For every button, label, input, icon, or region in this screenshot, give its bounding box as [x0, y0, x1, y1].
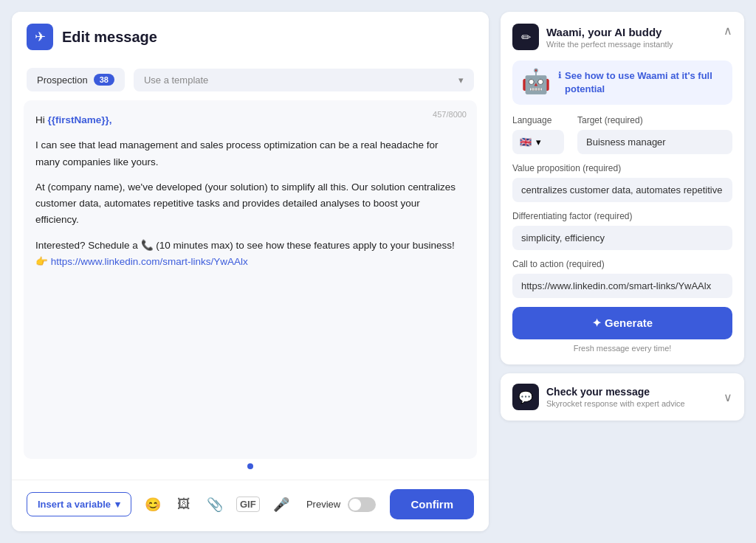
expand-check-button[interactable]: ∨: [724, 390, 732, 404]
firstname-variable: {{firstName}},: [48, 114, 112, 125]
message-area-wrapper: 457/8000 Hi {{firstName}}, I can see tha…: [12, 100, 489, 480]
chevron-down-icon: ▾: [115, 499, 120, 510]
message-paragraph-1: I can see that lead management and sales…: [35, 137, 465, 170]
ai-subtitle: Write the perfect message instantly: [546, 40, 673, 49]
language-label: Language: [512, 115, 571, 125]
app-icon: ✈: [27, 24, 53, 50]
target-input[interactable]: [577, 130, 732, 154]
diff-factor-label: Differentiating factor (required): [512, 211, 732, 221]
prospection-count: 38: [94, 74, 114, 86]
page-title: Edit message: [62, 29, 157, 46]
template-dropdown[interactable]: Use a template ▾: [134, 69, 474, 91]
ai-icon: ✏: [512, 24, 539, 50]
toggle-knob: [349, 499, 361, 511]
template-placeholder: Use a template: [144, 75, 208, 86]
cta-input[interactable]: [512, 274, 732, 298]
check-subtitle: Skyrocket response with expert advice: [546, 399, 685, 408]
generate-hint: Fresh message every time!: [512, 344, 732, 353]
ai-tip: 🤖 ℹ See how to use Waami at it's full po…: [512, 60, 732, 105]
insert-variable-label: Insert a variable: [38, 499, 111, 510]
check-panel-left: 💬 Check your message Skyrocket response …: [512, 384, 685, 410]
scroll-indicator: [24, 459, 477, 474]
cta-field-group: Call to action (required): [512, 259, 732, 298]
language-field-group: Language 🇬🇧 ▾: [512, 115, 571, 154]
message-text: Hi {{firstName}}, I can see that lead ma…: [35, 112, 465, 270]
diff-factor-field-group: Differentiating factor (required): [512, 211, 732, 250]
value-prop-input[interactable]: [512, 178, 732, 202]
ai-title: Waami, your AI buddy: [546, 26, 673, 38]
target-field-group: Target (required): [577, 115, 732, 154]
prospection-tag: Prospection 38: [27, 68, 125, 91]
info-icon: ℹ: [558, 70, 562, 80]
image-button[interactable]: 🖼: [174, 494, 193, 515]
target-label: Target (required): [577, 115, 732, 125]
char-count: 457/8000: [433, 108, 467, 121]
value-prop-label: Value proposition (required): [512, 163, 732, 173]
attachment-button[interactable]: 📎: [204, 494, 226, 516]
linkedin-link[interactable]: https://www.linkedin.com/smart-links/YwA…: [51, 256, 248, 267]
insert-variable-button[interactable]: Insert a variable ▾: [27, 492, 131, 516]
ai-panel: ✏ Waami, your AI buddy Write the perfect…: [501, 12, 744, 364]
check-text-group: Check your message Skyrocket response wi…: [546, 386, 685, 408]
prospection-label: Prospection: [37, 75, 88, 86]
collapse-ai-button[interactable]: ∧: [724, 24, 732, 38]
page-header: ✈ Edit message: [12, 12, 489, 62]
robot-icon: 🤖: [521, 69, 551, 93]
message-paragraph-2: At (company name), we've developed (your…: [35, 179, 465, 229]
message-toolbar: Prospection 38 Use a template ▾: [12, 62, 489, 100]
message-paragraph-3: Interested? Schedule a 📞 (10 minutes max…: [35, 238, 465, 271]
check-icon: 💬: [512, 384, 539, 410]
cta-label: Call to action (required): [512, 259, 732, 269]
language-target-row: Language 🇬🇧 ▾ Target (required): [512, 115, 732, 163]
preview-toggle[interactable]: [348, 497, 376, 512]
microphone-button[interactable]: 🎤: [270, 494, 292, 516]
generate-button[interactable]: ✦ Generate: [512, 307, 732, 339]
ai-title-group: Waami, your AI buddy Write the perfect m…: [546, 26, 673, 49]
diff-factor-input[interactable]: [512, 226, 732, 250]
right-panel: ✏ Waami, your AI buddy Write the perfect…: [501, 12, 744, 531]
emoji-button[interactable]: 😊: [142, 494, 164, 516]
greeting: Hi: [35, 114, 48, 125]
message-area[interactable]: 457/8000 Hi {{firstName}}, I can see tha…: [24, 100, 477, 459]
ai-panel-header: ✏ Waami, your AI buddy Write the perfect…: [512, 24, 732, 50]
check-title: Check your message: [546, 386, 685, 398]
ai-tip-text: See how to use Waami at it's full potent…: [565, 69, 724, 96]
language-select[interactable]: 🇬🇧 ▾: [512, 130, 564, 154]
bottom-left: Insert a variable ▾ 😊 🖼 📎 GIF 🎤: [27, 492, 292, 516]
gif-button[interactable]: GIF: [236, 497, 260, 512]
left-panel: ✈ Edit message Prospection 38 Use a temp…: [12, 12, 489, 531]
confirm-button[interactable]: Confirm: [390, 489, 474, 519]
bottom-toolbar: Insert a variable ▾ 😊 🖼 📎 GIF 🎤 Preview …: [12, 480, 489, 531]
check-panel: 💬 Check your message Skyrocket response …: [501, 373, 744, 421]
scroll-dot: [247, 463, 253, 469]
value-prop-field-group: Value proposition (required): [512, 163, 732, 202]
preview-section: Preview: [306, 497, 376, 512]
ai-header-left: ✏ Waami, your AI buddy Write the perfect…: [512, 24, 673, 50]
chevron-down-icon: ▾: [458, 75, 464, 86]
chevron-down-icon: ▾: [536, 136, 541, 148]
preview-label: Preview: [306, 499, 340, 510]
